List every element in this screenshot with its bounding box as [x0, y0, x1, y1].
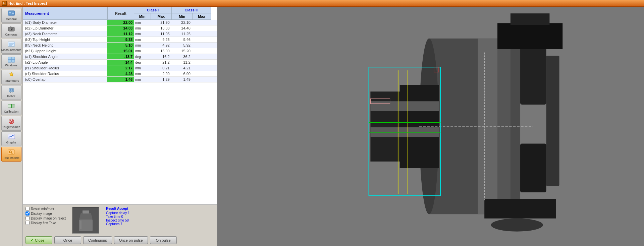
display-first-take-checkbox[interactable] — [25, 221, 30, 225]
row-result: 11.12 — [107, 31, 134, 37]
display-image-reject-label: Display image on reject — [31, 217, 66, 220]
result-minmax-label: Result min/max — [31, 207, 54, 211]
result-accept-panel: Result Accept Capture delay 1 Take time … — [106, 207, 130, 226]
measurements-icon — [7, 41, 15, 48]
row-c2max — [211, 65, 217, 71]
svg-rect-21 — [12, 92, 12, 93]
display-image-checkbox[interactable] — [25, 211, 30, 216]
capture-delay-value: 1 — [128, 211, 130, 215]
svg-rect-13 — [11, 57, 15, 60]
row-c1max: 14.48 — [172, 25, 193, 31]
row-name: (h5) Neck Height — [23, 43, 108, 48]
sidebar-label-graphs: Graphs — [6, 141, 16, 144]
take-time-label: Take time — [106, 215, 120, 219]
svg-rect-54 — [511, 13, 550, 25]
row-result: 15.01 — [107, 48, 134, 54]
display-image-label: Display image — [31, 212, 52, 216]
result-minmax-row: Result min/max — [25, 207, 66, 211]
on-pulse-button[interactable]: On pulse — [150, 236, 177, 244]
row-name: (a1) Shoulder Angle — [23, 54, 108, 60]
svg-point-56 — [491, 219, 543, 232]
row-c1min: 13.88 — [151, 25, 171, 31]
sidebar-label-robot: Robot — [7, 95, 15, 98]
row-result: 22.00 — [107, 20, 134, 25]
sidebar-item-parameters[interactable]: Parameters — [1, 70, 21, 84]
table-row: (d3) Neck Diameter 11.12 mm 11.05 11.25 — [23, 31, 217, 37]
sidebar-item-robot[interactable]: Robot — [1, 85, 21, 100]
capture-delay-label: Capture delay — [106, 211, 127, 215]
svg-rect-50 — [520, 40, 546, 105]
row-c2min — [193, 54, 211, 60]
row-result: 9.33 — [107, 37, 134, 43]
row-unit: mm — [134, 77, 151, 82]
row-c1max: 15.20 — [172, 48, 193, 54]
table-row: (o0) Overlap 1.46 mm 1.29 1.49 — [23, 77, 217, 82]
row-name: (r1) Shoulder Radius — [23, 65, 108, 71]
sidebar-item-target-values[interactable]: Target values — [1, 116, 21, 131]
svg-rect-12 — [8, 57, 11, 60]
row-unit: mm — [134, 71, 151, 77]
sidebar: General Cameras — [0, 7, 23, 246]
general-icon — [7, 10, 15, 17]
row-name: (d3) Neck Diameter — [23, 31, 108, 37]
row-result: 4.23 — [107, 71, 134, 77]
row-c1max: 11.25 — [172, 31, 193, 37]
row-c2min — [193, 48, 211, 54]
row-name: (o0) Overlap — [23, 77, 108, 82]
test-inspect-icon — [7, 149, 15, 156]
title-icon: H — [2, 1, 7, 6]
display-image-reject-row: Display image on reject — [25, 216, 66, 220]
once-on-pulse-button-label: Once on pulse — [119, 238, 143, 242]
title-bar: H Hot End : Test Inspect — [0, 0, 644, 7]
captures-row: Captures 7 — [106, 222, 130, 226]
display-image-reject-checkbox[interactable] — [25, 216, 30, 220]
col-subheader-c1max: Max — [151, 13, 171, 20]
sidebar-item-calibration[interactable]: Calibration — [1, 101, 21, 115]
row-c2min — [193, 77, 211, 82]
row-c1min: 1.29 — [151, 77, 171, 82]
captures-label: Captures — [106, 222, 120, 226]
row-c1min: -21.2 — [151, 60, 171, 65]
row-c1min: -16.2 — [151, 54, 171, 60]
svg-rect-48 — [370, 101, 439, 111]
sidebar-item-graphs[interactable]: Graphs — [1, 131, 21, 146]
svg-rect-39 — [80, 221, 82, 229]
once-on-pulse-button[interactable]: Once on pulse — [114, 236, 148, 244]
sidebar-item-cameras[interactable]: Cameras — [1, 23, 21, 38]
sidebar-item-measurements[interactable]: Measurements — [1, 39, 21, 54]
table-row: (r1) Shoulder Radius 4.23 mm 2.90 6.90 — [23, 71, 217, 77]
row-c1max: 5.92 — [172, 43, 193, 48]
sidebar-item-test-inspect[interactable]: Test Inspect — [1, 147, 21, 162]
svg-rect-1 — [9, 12, 11, 13]
row-c2min — [193, 25, 211, 31]
svg-rect-52 — [546, 56, 559, 186]
row-c2min — [193, 65, 211, 71]
row-c1max: 1.49 — [172, 77, 193, 82]
svg-rect-2 — [12, 12, 14, 12]
sidebar-label-windows: Windows — [5, 64, 17, 67]
row-c1min: 15.00 — [151, 48, 171, 54]
sidebar-label-cameras: Cameras — [5, 33, 17, 36]
continuous-button[interactable]: Continuous — [83, 236, 112, 244]
sidebar-label-measurements: Measurements — [1, 48, 21, 52]
content-area: Measurement Result Class I Class II Min … — [23, 7, 644, 246]
row-result: 1.46 — [107, 77, 134, 82]
close-button[interactable]: Close — [25, 236, 52, 244]
row-c1max: 6.90 — [172, 71, 193, 77]
row-c2max — [211, 31, 217, 37]
calibration-icon — [7, 103, 15, 109]
row-result: -14.4 — [107, 60, 134, 65]
robot-icon — [7, 87, 15, 94]
sidebar-item-general[interactable]: General — [1, 8, 21, 23]
inspect-time-row: Inspect time 58 — [106, 219, 130, 222]
row-unit: deg — [134, 54, 151, 60]
once-button[interactable]: Once — [54, 236, 81, 244]
sidebar-item-windows[interactable]: Windows — [1, 54, 21, 69]
capture-delay-row: Capture delay 1 — [106, 211, 130, 215]
row-c2min — [193, 20, 211, 25]
checkbox-group: Result min/max Display image Display ima… — [25, 207, 66, 225]
svg-rect-15 — [11, 60, 15, 62]
col-subheader-c1min: Min — [134, 13, 151, 20]
windows-icon — [7, 56, 15, 63]
result-minmax-checkbox[interactable] — [25, 207, 30, 211]
